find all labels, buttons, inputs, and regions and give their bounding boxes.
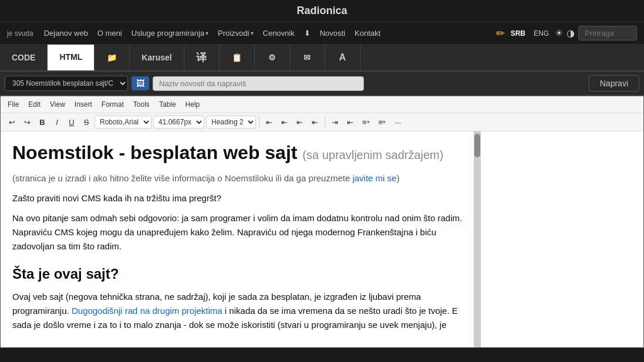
redo-button[interactable]: ↪ [21,116,34,128]
undo-button[interactable]: ↩ [5,116,19,128]
para-3: Ovaj veb sajt (negova tehnička strana, n… [12,290,462,332]
menu-format[interactable]: Format [102,99,124,110]
dugogodisnji-link[interactable]: Dugogodišnji rad na drugim projektima [72,306,222,316]
page-selector[interactable]: 305 Noemstilok besplatan sajt/C [5,76,128,91]
menu-edit[interactable]: Edit [28,99,41,110]
napravi-button[interactable]: Napravi [589,75,639,92]
translate-tab[interactable]: 译 [184,45,220,70]
menu-view[interactable]: View [50,99,65,110]
scrollbar[interactable] [474,131,481,347]
sub-toolbar: 305 Noemstilok besplatan sajt/C 🖼 Naprav… [0,72,644,96]
main-toolbar: CODE HTML 📁 Karusel 译 📋 ⚙ ✉ A [0,45,644,72]
lang-eng[interactable]: ENG [531,28,551,39]
copy-icon: 📋 [232,53,242,62]
search-input[interactable] [578,26,637,40]
editor-frame: File Edit View Insert Format Tools Table… [0,96,644,348]
font-select[interactable]: Roboto,Arial [95,116,151,128]
folder-tab[interactable]: 📁 [95,45,130,70]
italic-note: (stranica je u izradi i ako hitno želite… [12,171,462,185]
menu-insert[interactable]: Insert [75,99,92,110]
nav-novosti[interactable]: Novosti [316,26,349,40]
copy-tab[interactable]: 📋 [220,45,255,70]
nav-cenovnik[interactable]: Cenovnik [259,26,298,40]
align-left-button[interactable]: ⇤ [262,116,276,128]
editor-wrapper: Noemstilok - besplatan web sajt (sa upra… [1,131,643,347]
heading-2: Šta je ovaj sajt? [12,263,462,285]
italic-button[interactable]: I [50,116,63,128]
menu-tools[interactable]: Tools [133,99,150,110]
font-size-select[interactable]: 41.0667px [153,116,204,128]
brand-label: je svuda [7,29,33,38]
chevron-down-icon: ▾ [205,30,208,36]
strikethrough-button[interactable]: S [80,116,93,128]
nav-kontakt[interactable]: Kontakt [351,26,384,40]
heading-1: Noemstilok - besplatan web sajt (sa upra… [12,141,462,165]
news-input[interactable] [153,76,364,91]
font-tab[interactable]: A [325,45,360,70]
outdent-button[interactable]: ⇤ [343,116,357,128]
code-tab[interactable]: CODE [0,45,48,70]
align-center-button[interactable]: ⇤ [278,116,291,128]
scroll-thumb [474,134,480,157]
align-justify-button[interactable]: ⇤ [308,116,322,128]
editor-menubar: File Edit View Insert Format Tools Table… [1,96,643,113]
underline-button[interactable]: U [65,116,78,128]
nav-icon-group: ✏ SRB ENG ☀ ◑ [496,26,637,40]
nav-download-icon[interactable]: ⬇ [301,26,314,40]
align-right-button[interactable]: ⇤ [293,116,306,128]
separator2 [325,117,325,127]
email-tab[interactable]: ✉ [290,45,325,70]
heading-select[interactable]: Heading 2 [206,116,256,128]
navbar: je svuda Dejanov web O meni Usluge progr… [0,22,644,45]
para-1: Zašto praviti novi CMS kada ih na tržišt… [12,191,462,205]
javite-mi-se-link[interactable]: javite mi se [352,173,396,183]
sun-icon[interactable]: ☀ [555,28,563,39]
font-icon: A [339,52,346,63]
list-ol-button[interactable]: ≡ ▾ [375,116,390,128]
nav-usluge[interactable]: Usluge programiranja ▾ [128,26,212,40]
app-title: Radionica [296,5,347,16]
gear-icon: ⚙ [268,53,276,62]
editor-toolbar: ↩ ↪ B I U S Roboto,Arial 41.0667px Headi… [1,113,643,131]
moon-icon[interactable]: ◑ [567,28,575,39]
translate-icon: 译 [196,50,207,65]
nav-dejanov-web[interactable]: Dejanov web [41,26,92,40]
folder-icon: 📁 [107,53,117,62]
image-icon: 🖼 [136,79,144,88]
bold-button[interactable]: B [36,116,49,128]
more-button[interactable]: ··· [391,116,404,128]
editor-content[interactable]: Noemstilok - besplatan web sajt (sa upra… [1,131,474,347]
nav-o-meni[interactable]: O meni [94,26,126,40]
nav-proizvodi[interactable]: Proizvodi ▾ [214,26,257,40]
edit-icon[interactable]: ✏ [496,27,505,40]
mail-icon: ✉ [304,53,311,62]
menu-file[interactable]: File [8,99,19,110]
para-2: Na ovo pitanje sam odmah sebi odgovorio:… [12,211,462,253]
lang-srb[interactable]: SRB [508,28,528,39]
title-bar: Radionica [0,0,644,22]
settings-tab[interactable]: ⚙ [255,45,290,70]
karusel-tab[interactable]: Karusel [130,45,184,70]
menu-help[interactable]: Help [186,99,200,110]
chevron-down-icon: ▾ [251,30,254,36]
separator [259,117,259,127]
list-ul-button[interactable]: ≡ ▾ [359,116,373,128]
html-tab[interactable]: HTML [48,45,95,70]
indent-button[interactable]: ⇥ [328,116,342,128]
menu-table[interactable]: Table [159,99,176,110]
image-button[interactable]: 🖼 [132,76,149,90]
